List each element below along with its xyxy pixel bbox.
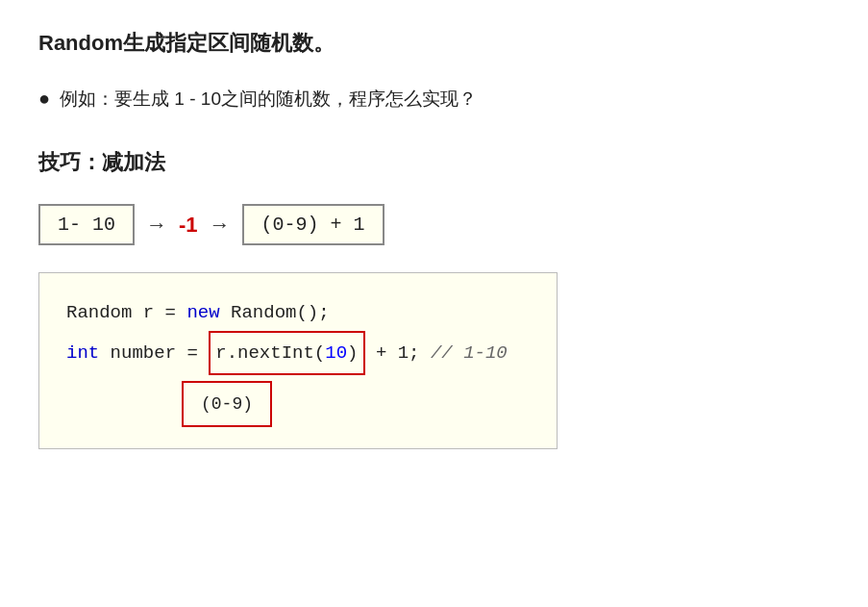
- main-title: Random生成指定区间随机数。: [38, 29, 830, 58]
- code-block: Random r = new Random(); int number = r.…: [38, 272, 558, 449]
- code-annotation-box: (0-9): [182, 381, 272, 427]
- diagram-minus: -1: [179, 213, 198, 238]
- code-nextint-arg: 10: [325, 342, 347, 364]
- bullet-dot: ●: [38, 85, 50, 112]
- code-annotation-line: (0-9): [66, 377, 530, 427]
- diagram-box1: 1- 10: [38, 204, 135, 245]
- diagram-arrow1: →: [146, 213, 167, 238]
- code-line-2: int number = r.nextInt(10) + 1; // 1-10: [66, 331, 530, 375]
- diagram-row: 1- 10 → -1 → (0-9) + 1: [38, 204, 830, 245]
- code-plus-one: + 1;: [365, 335, 431, 371]
- code-line-1: Random r = new Random();: [66, 294, 530, 331]
- diagram-box2: (0-9) + 1: [242, 204, 384, 245]
- code-highlight-nextint: r.nextInt(10): [209, 331, 364, 375]
- bullet-section: ● 例如：要生成 1 - 10之间的随机数，程序怎么实现？: [38, 85, 830, 114]
- code-int-keyword: int: [66, 335, 99, 371]
- trick-title: 技巧：减加法: [38, 148, 830, 177]
- code-section: Random r = new Random(); int number = r.…: [38, 272, 830, 449]
- code-new-keyword: new: [186, 294, 219, 331]
- code-random-constructor: Random();: [220, 294, 330, 331]
- diagram-arrow2: →: [210, 213, 231, 238]
- bullet-text: 例如：要生成 1 - 10之间的随机数，程序怎么实现？: [60, 85, 477, 114]
- code-comment: // 1-10: [431, 335, 508, 371]
- code-random-r: Random r =: [66, 294, 186, 331]
- code-number-var: number =: [99, 335, 209, 371]
